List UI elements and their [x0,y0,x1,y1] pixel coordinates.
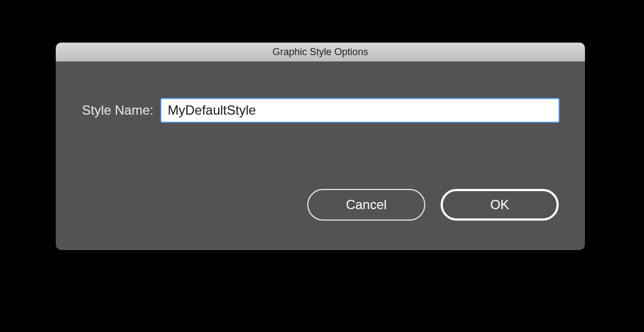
style-name-label: Style Name: [82,103,154,118]
ok-button-label: OK [490,197,510,212]
style-name-input[interactable] [161,99,559,122]
graphic-style-options-dialog: Graphic Style Options Style Name: Cancel… [56,43,585,250]
dialog-button-row: Cancel OK [307,189,559,221]
dialog-titlebar: Graphic Style Options [56,43,585,62]
dialog-title: Graphic Style Options [272,46,368,58]
cancel-button[interactable]: Cancel [307,189,425,221]
dialog-content: Style Name: Cancel OK [56,62,585,250]
style-name-row: Style Name: [82,99,559,122]
ok-button[interactable]: OK [441,189,559,221]
cancel-button-label: Cancel [346,197,387,212]
